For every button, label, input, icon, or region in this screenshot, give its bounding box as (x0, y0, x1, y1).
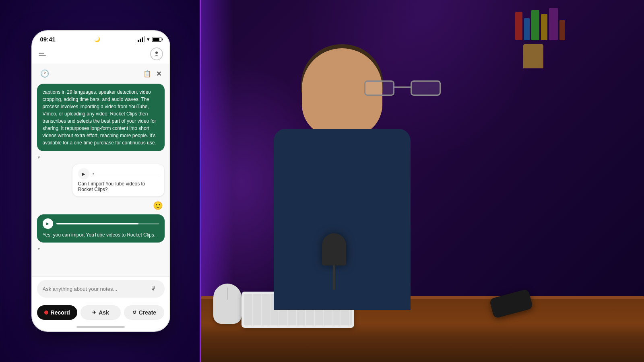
mic-head (322, 233, 346, 265)
create-icon: ↺ (132, 310, 136, 315)
waveform-ai (56, 223, 159, 224)
reaction-icon[interactable]: 🙂 (153, 201, 163, 210)
video-background (201, 0, 644, 362)
signal-bars (138, 36, 145, 42)
create-tab-label: Create (139, 309, 157, 316)
microphone (322, 233, 346, 282)
signal-bar-4 (144, 36, 145, 42)
ask-input[interactable] (43, 286, 144, 292)
person-head (302, 48, 382, 137)
waveform-fill (56, 223, 138, 224)
wifi-icon: ▾ (147, 36, 150, 42)
profile-icon (153, 51, 160, 57)
glasses-bridge (393, 86, 412, 88)
user-audio-bubble: ▶ Can I import YouTube videos to Rocket … (72, 164, 165, 197)
hamburger-line-2 (39, 55, 46, 56)
ask-tab[interactable]: ✈ Ask (80, 305, 121, 320)
close-icon[interactable]: ✕ (156, 70, 161, 78)
create-tab[interactable]: ↺ Create (124, 305, 164, 320)
ask-tab-label: Ask (99, 309, 109, 316)
decor-shelf (515, 8, 644, 189)
waveform-user (93, 170, 159, 178)
user-message-container: ▶ Can I import YouTube videos to Rocket … (37, 164, 165, 197)
left-panel: 09:41 🌙 ▾ (0, 0, 201, 362)
person-body (274, 129, 411, 310)
record-tab-label: Record (51, 309, 70, 316)
book-5 (549, 8, 558, 40)
home-indicator (76, 326, 125, 328)
phone-mockup: 09:41 🌙 ▾ (31, 30, 170, 332)
figurine (523, 44, 543, 68)
play-button-ai[interactable]: ▶ (43, 218, 53, 229)
hamburger-line-1 (39, 53, 44, 53)
battery-fill (153, 38, 159, 41)
status-time: 09:41 (40, 36, 56, 43)
record-tab[interactable]: Record (37, 305, 77, 320)
glasses-left (364, 80, 394, 96)
expand-chevron-1[interactable]: ▼ (37, 154, 165, 160)
svg-point-0 (155, 51, 158, 54)
signal-bar-1 (138, 40, 139, 42)
mic-button[interactable]: 🎙 (148, 283, 159, 294)
ask-icon: ✈ (92, 310, 96, 315)
studio-scene (201, 0, 644, 362)
signal-bar-3 (142, 37, 143, 42)
wave-line (95, 174, 159, 174)
shelf-row-1 (515, 8, 644, 40)
status-icons: ▾ (138, 36, 161, 42)
ai-text-bubble: captions in 29 languages, speaker detect… (37, 84, 165, 151)
moon-icon: 🌙 (94, 37, 100, 42)
nav-bar (32, 46, 169, 64)
reaction-area: 🙂 (37, 200, 165, 211)
input-row: 🎙 (37, 280, 165, 298)
person-glasses (364, 80, 441, 97)
computer-mouse (213, 284, 242, 324)
book-3 (531, 10, 539, 40)
history-icon[interactable]: 🕐 (40, 69, 49, 78)
expand-chevron-2[interactable]: ▼ (37, 246, 165, 252)
ai-transcript: Yes, you can import YouTube videos to Ro… (43, 231, 159, 239)
profile-button[interactable] (150, 47, 163, 60)
glasses-right (411, 80, 441, 96)
play-button-user[interactable]: ▶ (78, 168, 89, 179)
chat-area[interactable]: 🕐 📋 ✕ captions in 29 languages, speaker … (32, 64, 169, 276)
hamburger-button[interactable] (39, 53, 46, 56)
chat-toolbar: 🕐 📋 ✕ (37, 67, 165, 80)
status-bar: 09:41 🌙 ▾ (32, 31, 169, 46)
audio-controls-ai: ▶ (43, 218, 159, 229)
wave-dot (93, 173, 94, 175)
tab-bar: Record ✈ Ask ↺ Create (32, 301, 169, 326)
book-2 (524, 18, 530, 40)
battery-icon (152, 37, 161, 42)
ai-audio-bubble: ▶ Yes, you can import YouTube videos to … (37, 214, 165, 243)
ai-text-content: captions in 29 languages, speaker detect… (43, 89, 156, 146)
toolbar-icons: 📋 ✕ (143, 70, 161, 78)
right-panel (201, 0, 644, 362)
record-dot-icon (44, 311, 48, 315)
user-transcript: Can I import YouTube videos to Rocket Cl… (78, 181, 159, 192)
person (242, 48, 483, 310)
mic-stand (333, 265, 335, 290)
book-1 (515, 12, 522, 40)
signal-bar-2 (140, 39, 141, 42)
audio-controls-user: ▶ (78, 168, 159, 179)
book-4 (541, 14, 547, 40)
notepad-icon[interactable]: 📋 (143, 70, 151, 78)
input-area: 🎙 (32, 276, 169, 301)
book-6 (559, 20, 565, 40)
